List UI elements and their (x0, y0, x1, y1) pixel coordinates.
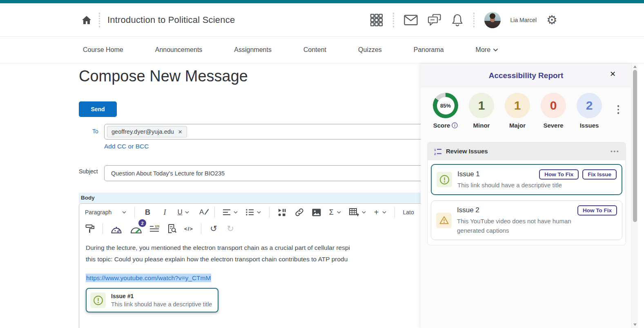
font-family-dropdown[interactable]: Lato (403, 209, 414, 216)
kebab-menu-icon[interactable] (617, 105, 619, 114)
how-to-fix-button[interactable]: How To Fix (577, 205, 617, 216)
bold-button[interactable]: B (143, 207, 152, 218)
header-left: Introduction to Political Science (82, 13, 235, 27)
home-icon[interactable] (82, 16, 91, 25)
subject-value: Question About Today's Lecture for BIO23… (111, 170, 225, 177)
nav-announcements[interactable]: Announcements (155, 46, 203, 54)
tooltip-description: This link should have a descriptive titl… (111, 300, 212, 308)
insert-image-button[interactable] (312, 207, 321, 218)
chevron-down-icon (382, 211, 386, 213)
subject-input[interactable]: Question About Today's Lecture for BIO23… (104, 165, 455, 181)
nav-quizzes[interactable]: Quizzes (358, 46, 382, 54)
app-grid-icon[interactable] (370, 13, 383, 27)
nav-more-label: More (476, 46, 490, 54)
panel-scrollbar (631, 63, 638, 328)
severe-stat: 0 Severe (541, 93, 566, 129)
nav-course-home[interactable]: Course Home (83, 46, 123, 54)
settings-gear-icon[interactable]: ⚙ (546, 14, 557, 26)
sigma-glyph: Σ (329, 208, 334, 217)
mail-icon[interactable] (404, 15, 418, 25)
font-family-label: Lato (403, 209, 414, 216)
user-avatar[interactable] (484, 12, 501, 28)
underline-button[interactable]: U (177, 207, 189, 218)
list-button[interactable] (246, 207, 261, 218)
send-button[interactable]: Send (79, 101, 117, 117)
to-label: To (92, 128, 98, 135)
format-painter-button[interactable] (85, 223, 95, 234)
link-icon (295, 208, 304, 217)
nav-more[interactable]: More (476, 46, 498, 54)
minor-stat: 1 Minor (469, 93, 494, 129)
source-code-button[interactable]: </> (184, 223, 193, 234)
top-accent-bar (0, 0, 644, 3)
review-issues-header: 12 Review Issues ●●● (427, 142, 626, 160)
nav-content[interactable]: Content (303, 46, 326, 54)
inline-issue-tooltip: Issue #1 This link should have a descrip… (86, 288, 218, 312)
add-cc-bcc-link[interactable]: Add CC or BCC (104, 143, 149, 150)
header-divider (393, 13, 394, 27)
find-button[interactable] (167, 223, 176, 234)
find-document-icon (167, 224, 176, 233)
close-icon[interactable]: ✕ (610, 70, 616, 79)
minor-label: Minor (469, 122, 494, 129)
score-donut: 85% (433, 93, 458, 118)
header-right: Lia Marcel ⚙ (370, 12, 558, 28)
score-stat: 85% Score (433, 93, 458, 129)
scrollbar-up-arrow[interactable] (633, 65, 637, 68)
line-numbering-button[interactable]: 123 (150, 223, 160, 234)
minor-issue-icon (437, 172, 452, 187)
chat-icon[interactable] (428, 14, 441, 26)
page: Introduction to Political Science (0, 0, 644, 328)
major-label: Major (505, 122, 530, 129)
issue-card-2[interactable]: Issue 2 How To Fix This YouTube video do… (431, 200, 622, 240)
chevron-down-icon (493, 49, 498, 52)
user-name[interactable]: Lia Marcel (510, 17, 537, 23)
color-palette-button[interactable] (111, 223, 122, 234)
redo-button[interactable]: ↻ (226, 223, 235, 234)
insert-link-button[interactable] (295, 207, 304, 218)
recipient-email: geoffrey.dyer@yuja.edu (111, 128, 174, 135)
issues-count: 2 (577, 93, 602, 118)
severe-label: Severe (541, 122, 566, 129)
page-title: Compose New Message (79, 67, 248, 85)
undo-button[interactable]: ↺ (209, 223, 218, 234)
severe-count: 0 (541, 93, 566, 118)
paragraph-style-dropdown[interactable]: Paragraph (85, 209, 126, 216)
how-to-fix-button[interactable]: How To Fix (539, 169, 579, 180)
notification-bell-icon[interactable] (451, 13, 464, 27)
ellipsis-menu-icon[interactable]: ●●● (611, 149, 619, 153)
toolbar-divider (201, 223, 201, 234)
fix-issue-button[interactable]: Fix Issue (582, 169, 617, 180)
italic-button[interactable]: I (160, 207, 169, 218)
insert-more-button[interactable]: + (374, 207, 386, 218)
equation-button[interactable]: Σ (329, 207, 341, 218)
numbered-list-icon: 12 (434, 147, 442, 155)
align-button[interactable] (223, 207, 238, 218)
app-header: Introduction to Political Science (0, 3, 644, 37)
major-issue-icon (436, 213, 452, 228)
nav-panorama[interactable]: Panorama (414, 46, 444, 54)
nav-assignments[interactable]: Assignments (234, 46, 272, 54)
header-divider (473, 13, 475, 27)
insert-stuff-button[interactable] (278, 207, 287, 218)
font-color-button[interactable]: A (197, 207, 206, 218)
tooltip-title: Issue #1 (111, 292, 212, 300)
info-icon[interactable] (452, 122, 458, 128)
header-divider (99, 13, 100, 27)
youtube-link[interactable]: https://www.youtube.com/watch?v=y_CTmM (86, 274, 211, 282)
scrollbar-down-arrow[interactable] (633, 324, 637, 326)
score-label: Score (433, 122, 450, 129)
issue-title: Issue 1 (457, 169, 480, 179)
course-title: Introduction to Political Science (107, 15, 235, 25)
issue-card-1[interactable]: Issue 1 How To Fix Fix Issue This link s… (431, 164, 622, 195)
subject-label: Subject (79, 168, 98, 175)
accessibility-checker-button[interactable]: 2 (130, 223, 142, 234)
scrollbar-thumb[interactable] (633, 70, 637, 222)
remove-recipient-icon[interactable]: ✕ (178, 129, 183, 135)
major-stat: 1 Major (505, 93, 530, 129)
to-input[interactable]: geoffrey.dyer@yuja.edu ✕ (104, 124, 455, 139)
issue-description: This link should have a descriptive titl… (457, 180, 617, 190)
table-button[interactable] (349, 207, 366, 218)
chevron-down-icon (362, 211, 366, 213)
issue-title: Issue 2 (457, 205, 479, 215)
